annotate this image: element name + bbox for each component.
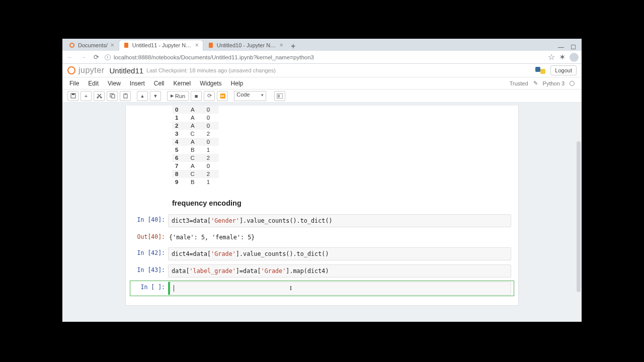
markdown-heading[interactable]: frequency encoding (172, 199, 518, 207)
text-cursor-icon: I (290, 285, 292, 292)
row-value: 0 (204, 138, 219, 146)
cell-type-select[interactable]: Code (234, 91, 266, 101)
add-cell-button[interactable]: + (80, 91, 92, 101)
row-index: 0 (172, 106, 187, 114)
interrupt-button[interactable]: ■ (191, 91, 202, 101)
forward-button[interactable]: → (78, 53, 88, 62)
menu-cell[interactable]: Cell (154, 80, 165, 87)
restart-button[interactable]: ⟳ (204, 91, 215, 101)
svg-rect-4 (72, 94, 74, 95)
input-prompt: In [43]: (133, 264, 168, 278)
window-controls: — ☐ (557, 44, 580, 51)
table-row: 0A0 (172, 106, 219, 114)
row-index: 7 (172, 162, 187, 170)
tab-title: Documents/ (78, 42, 108, 48)
move-down-button[interactable]: ▼ (150, 91, 161, 101)
row-value: A (187, 106, 203, 114)
row-index: 9 (172, 178, 187, 186)
paste-button[interactable] (120, 91, 131, 101)
row-value: 2 (204, 154, 219, 162)
browser-tab[interactable]: Untitled10 - Jupyter Notebook × (203, 40, 288, 51)
code-editor[interactable]: data['label_grade']=data['Grade'].map(di… (168, 264, 511, 278)
code-cell[interactable]: In [40]:dict3=data['Gender'].value_count… (130, 213, 514, 228)
kernel-name[interactable]: Python 3 (543, 80, 565, 86)
table-row: 8C2 (172, 170, 219, 178)
row-index: 4 (172, 138, 187, 146)
row-value: 0 (204, 114, 219, 122)
site-info-icon[interactable]: i (105, 54, 111, 60)
extensions-icon[interactable]: ✶ (559, 52, 566, 62)
minimize-button[interactable]: — (557, 44, 565, 51)
input-prompt: In [42]: (133, 247, 168, 260)
code-cell[interactable]: In [ ]:I (130, 281, 514, 296)
output-cell[interactable]: Out[40]:{'male': 5, 'female': 5} (130, 230, 514, 244)
svg-rect-9 (124, 94, 127, 98)
edit-icon[interactable]: ✎ (533, 80, 538, 86)
move-up-button[interactable]: ▲ (137, 91, 148, 101)
close-icon[interactable]: × (195, 42, 199, 49)
notebook-icon (208, 42, 214, 48)
scrollbar-thumb[interactable] (577, 141, 581, 292)
browser-tabbar: Documents/ × Untitled11 - Jupyter Notebo… (62, 39, 582, 51)
input-prompt: In [ ]: (133, 282, 168, 295)
jupyter-toolbar: + ▲ ▼ ▶ Run ■ ⟳ ⏩ Code (62, 89, 582, 103)
reload-button[interactable]: ⟳ (92, 53, 101, 62)
vertical-scrollbar[interactable] (577, 66, 581, 317)
row-index: 8 (172, 170, 187, 178)
row-value: 0 (204, 162, 219, 170)
menu-file[interactable]: File (69, 80, 79, 87)
jupyter-icon (69, 42, 75, 48)
bookmark-icon[interactable]: ☆ (548, 52, 555, 62)
browser-addressbar: ← → ⟳ i localhost:8888/notebooks/Documen… (62, 51, 582, 64)
command-palette-button[interactable] (274, 91, 285, 101)
row-index: 5 (172, 146, 187, 154)
row-value: 1 (204, 146, 219, 154)
table-row: 9B1 (172, 178, 219, 186)
menu-insert[interactable]: Insert (130, 80, 145, 87)
code-editor[interactable]: dict4=data['Grade'].value_counts().to_di… (168, 247, 511, 260)
svg-rect-10 (125, 94, 126, 95)
run-button[interactable]: ▶ Run (167, 91, 189, 101)
table-row: 4A0 (172, 138, 219, 146)
profile-avatar[interactable] (570, 53, 579, 62)
url-field[interactable]: i localhost:8888/notebooks/Documents/Unt… (105, 54, 544, 60)
table-row: 3C2 (172, 130, 219, 138)
back-button[interactable]: ← (65, 53, 74, 62)
input-prompt: In [40]: (133, 214, 168, 227)
browser-tab[interactable]: Documents/ × (64, 40, 119, 51)
cut-button[interactable] (94, 91, 105, 101)
code-editor[interactable]: I (168, 282, 511, 295)
row-value: 2 (204, 130, 219, 138)
code-cell[interactable]: In [43]:data['label_grade']=data['Grade'… (130, 263, 514, 279)
menu-help[interactable]: Help (231, 80, 244, 87)
notebook-name[interactable]: Untitled11 (110, 66, 144, 75)
python-icon (535, 65, 545, 75)
row-value: A (187, 122, 203, 130)
new-tab-button[interactable]: + (288, 42, 299, 51)
table-row: 5B1 (172, 146, 219, 154)
row-value: B (187, 178, 203, 186)
maximize-button[interactable]: ☐ (570, 44, 577, 51)
svg-rect-1 (124, 43, 128, 48)
row-value: 0 (204, 106, 219, 114)
menu-view[interactable]: View (108, 80, 121, 87)
code-editor[interactable]: dict3=data['Gender'].value_counts().to_d… (168, 214, 511, 227)
output-prompt: Out[40]: (133, 231, 168, 243)
restart-run-all-button[interactable]: ⏩ (217, 91, 228, 101)
notebook-area: 0A01A02A03C24A05B16C27A08C29B1 frequency… (125, 106, 519, 306)
output-dataframe: 0A01A02A03C24A05B16C27A08C29B1 (172, 106, 219, 186)
close-icon[interactable]: × (111, 42, 114, 49)
copy-button[interactable] (107, 91, 118, 101)
jupyter-menubar: File Edit View Insert Cell Kernel Widget… (62, 77, 582, 89)
table-row: 2A0 (172, 122, 219, 130)
text-caret (174, 285, 174, 292)
menu-widgets[interactable]: Widgets (200, 80, 221, 87)
menu-edit[interactable]: Edit (88, 80, 99, 87)
code-cell[interactable]: In [42]:dict4=data['Grade'].value_counts… (130, 246, 514, 261)
browser-tab[interactable]: Untitled11 - Jupyter Notebook × (119, 40, 203, 51)
save-button[interactable] (67, 91, 78, 101)
row-value: C (187, 154, 203, 162)
menu-kernel[interactable]: Kernel (174, 80, 191, 87)
logout-button[interactable]: Logout (550, 65, 577, 75)
close-icon[interactable]: × (280, 42, 283, 49)
